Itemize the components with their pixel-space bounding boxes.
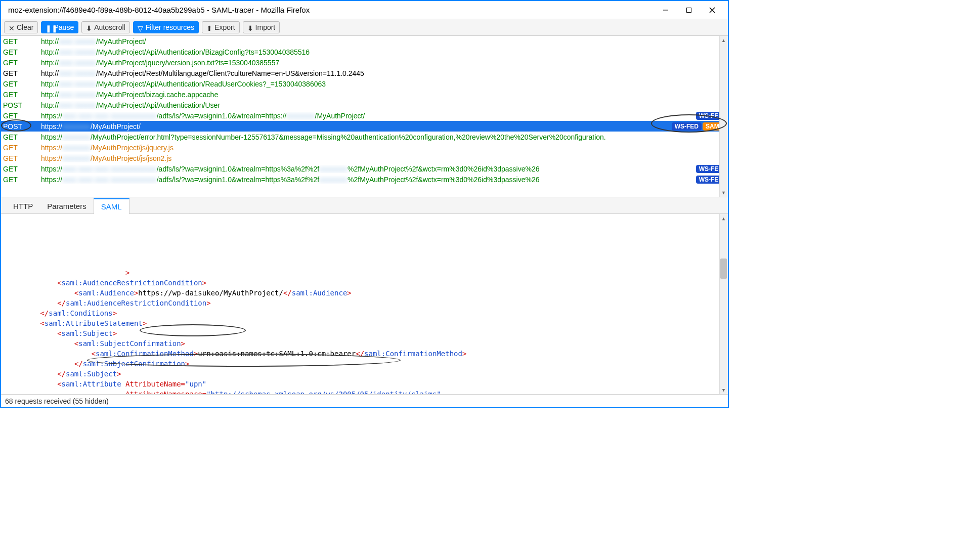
request-method: GET [3, 154, 41, 162]
request-row[interactable]: GEThttps://xxxxxxxx/MyAuthProject/error.… [1, 132, 728, 142]
request-row[interactable]: GEThttp://xxxx xxxxxx/MyAuthProject/ [1, 36, 728, 47]
autoscroll-button[interactable]: ⬇Autoscroll [81, 21, 129, 33]
export-button[interactable]: ⬆Export [202, 21, 239, 33]
upload-icon: ⬆ [206, 24, 212, 30]
badge-ws-fed: WS-FED [672, 122, 702, 131]
titlebar: moz-extension://f4689e40-f89a-489b-8012-… [1, 1, 728, 19]
request-list[interactable]: ▲ ▼ GEThttp://xxxx xxxxxx/MyAuthProject/… [1, 36, 728, 197]
status-text: 68 requests received (55 hidden) [5, 397, 109, 405]
request-method: GET [3, 59, 41, 67]
window-title: moz-extension://f4689e40-f89a-489b-8012-… [5, 6, 654, 14]
scroll-thumb[interactable] [720, 259, 727, 279]
pause-button[interactable]: ❚❚Pause [41, 21, 78, 33]
request-method: POST [3, 122, 41, 131]
request-url: http://xxxx xxxxxx/MyAuthProject/Api/Aut… [41, 80, 726, 88]
scroll-up-icon[interactable]: ▲ [720, 36, 727, 45]
request-url: https://xxxx xxxx xxxx xxxxxxxxxxxxx/adf… [41, 112, 696, 120]
request-url: https://xxxxxxxx/MyAuthProject/ [41, 122, 672, 131]
request-method: GET [3, 48, 41, 56]
request-method: GET [3, 37, 41, 46]
request-url: https://xxxxxxxx/MyAuthProject/js/jquery… [41, 144, 726, 152]
request-row[interactable]: POSThttps://xxxxxxxx/MyAuthProject/WS-FE… [1, 121, 728, 132]
request-url: http://xxxx xxxxxx/MyAuthProject/ [41, 37, 726, 46]
scroll-down-icon[interactable]: ▼ [720, 385, 727, 394]
request-row[interactable]: GEThttps://xxxx xxxx xxxx xxxxxxxxxxxxx/… [1, 163, 728, 174]
filter-button[interactable]: ▽Filter resources [133, 21, 199, 33]
saml-detail-pane[interactable]: ▲ ▼ > <saml:AudienceRestrictionCondition… [1, 214, 728, 394]
download-icon: ⬇ [247, 24, 253, 30]
request-method: GET [3, 69, 41, 77]
request-url: http://xxxx xxxxxx/MyAuthProject/Rest/Mu… [41, 69, 726, 77]
download-icon: ⬇ [86, 24, 92, 30]
tab-http[interactable]: HTTP [6, 199, 40, 213]
request-method: GET [3, 133, 41, 141]
pause-icon: ❚❚ [46, 24, 52, 30]
scrollbar[interactable]: ▲ ▼ [719, 214, 728, 394]
minimize-button[interactable] [654, 2, 677, 18]
clear-button[interactable]: ✕Clear [4, 21, 38, 33]
request-row[interactable]: GEThttps://xxxxxxxx/MyAuthProject/js/jqu… [1, 142, 728, 153]
svg-rect-0 [687, 8, 691, 12]
request-row[interactable]: GEThttp://xxxx xxxxxx/MyAuthProject/jque… [1, 57, 728, 68]
tab-saml[interactable]: SAML [94, 198, 129, 214]
status-bar: 68 requests received (55 hidden) [1, 394, 728, 407]
request-url: http://xxxx xxxxxx/MyAuthProject/bizagi.… [41, 91, 726, 99]
request-method: GET [3, 165, 41, 173]
filter-icon: ▽ [138, 24, 144, 30]
request-row[interactable]: GEThttp://xxxx xxxxxx/MyAuthProject/biza… [1, 89, 728, 100]
request-method: GET [3, 176, 41, 184]
maximize-button[interactable] [677, 2, 701, 18]
import-button[interactable]: ⬇Import [243, 21, 280, 33]
request-url: http://xxxx xxxxxx/MyAuthProject/jquery/… [41, 59, 726, 67]
close-button[interactable] [701, 2, 724, 18]
request-row[interactable]: GEThttps://xxxx xxxx xxxx xxxxxxxxxxxxx/… [1, 110, 728, 121]
scroll-down-icon[interactable]: ▼ [720, 188, 727, 197]
tab-parameters[interactable]: Parameters [40, 199, 94, 213]
request-method: GET [3, 112, 41, 120]
scroll-up-icon[interactable]: ▲ [720, 214, 727, 223]
request-url: https://xxxx xxxx xxxx xxxxxxxxxxxxx/adf… [41, 165, 696, 173]
toolbar: ✕Clear ❚❚Pause ⬇Autoscroll ▽Filter resou… [1, 19, 728, 36]
request-row[interactable]: GEThttp://xxxx xxxxxx/MyAuthProject/Api/… [1, 47, 728, 57]
request-row[interactable]: GEThttps://xxxx xxxx xxxx xxxxxxxxxxxxx/… [1, 174, 728, 185]
request-url: http://xxxx xxxxxx/MyAuthProject/Api/Aut… [41, 101, 726, 109]
request-method: GET [3, 144, 41, 152]
request-method: POST [3, 101, 41, 109]
detail-tabs: HTTP Parameters SAML [1, 197, 728, 214]
request-row[interactable]: GEThttp://xxxx xxxxxx/MyAuthProject/Rest… [1, 68, 728, 78]
request-url: http://xxxx xxxxxx/MyAuthProject/Api/Aut… [41, 48, 726, 56]
request-row[interactable]: GEThttps://xxxxxxxx/MyAuthProject/js/jso… [1, 153, 728, 163]
request-method: GET [3, 91, 41, 99]
scrollbar[interactable]: ▲ ▼ [719, 36, 728, 197]
request-row[interactable]: GEThttp://xxxx xxxxxx/MyAuthProject/Api/… [1, 78, 728, 89]
request-url: https://xxxxxxxx/MyAuthProject/error.htm… [41, 133, 726, 141]
request-url: https://xxxx xxxx xxxx xxxxxxxxxxxxx/adf… [41, 176, 696, 184]
request-url: https://xxxxxxxx/MyAuthProject/js/json2.… [41, 154, 726, 162]
request-row[interactable]: POSThttp://xxxx xxxxxx/MyAuthProject/Api… [1, 100, 728, 110]
x-icon: ✕ [9, 24, 15, 30]
request-method: GET [3, 80, 41, 88]
